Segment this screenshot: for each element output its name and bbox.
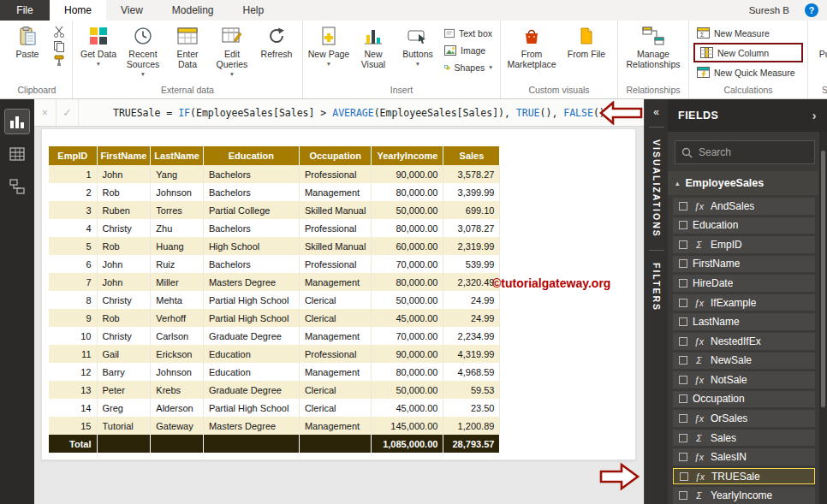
fields-collapse-icon[interactable]: › <box>812 109 817 122</box>
tab-view[interactable]: View <box>106 0 158 21</box>
fields-table-name: EmployeeSales <box>686 177 765 189</box>
field-checkbox[interactable] <box>679 414 687 423</box>
field-item[interactable]: ƒxNestedIfEx <box>673 333 815 350</box>
fx-icon: ƒx <box>693 298 705 308</box>
field-item[interactable]: HireDate <box>673 275 815 292</box>
recent-sources-button[interactable]: Recent Sources ▾ <box>122 22 164 77</box>
field-item[interactable]: ƒxIfExample <box>673 294 815 311</box>
table-row: 6JohnRuizBachelorsProfessional70,000.005… <box>49 255 500 273</box>
paste-button[interactable]: Paste <box>6 22 49 60</box>
field-item[interactable]: ƒxTRUESale <box>673 468 815 485</box>
report-canvas[interactable]: EmpID FirstName LastName Education Occup… <box>34 127 644 504</box>
cut-button[interactable] <box>51 25 68 39</box>
help-icon[interactable]: ? <box>805 3 818 17</box>
edit-queries-button[interactable]: Edit Queries ▾ <box>211 22 253 77</box>
field-checkbox[interactable] <box>679 376 687 384</box>
field-item[interactable]: FirstName <box>673 256 815 273</box>
field-checkbox[interactable] <box>679 453 687 461</box>
column-header[interactable]: Education <box>203 146 299 165</box>
table-cell: Christy <box>97 291 151 309</box>
table-header-row: EmpID FirstName LastName Education Occup… <box>49 146 500 165</box>
column-header[interactable]: YearlyIncome <box>372 146 443 165</box>
table-visual[interactable]: EmpID FirstName LastName Education Occup… <box>49 146 500 453</box>
field-checkbox[interactable] <box>679 434 687 442</box>
expand-panes-icon[interactable]: « <box>653 99 659 122</box>
collapse-table-icon[interactable]: ▴ <box>675 179 680 187</box>
new-quick-measure-button[interactable]: New Quick Measure <box>693 64 803 80</box>
visualizations-pane-tab[interactable]: VISUALIZATIONS <box>651 133 662 245</box>
formula-input[interactable]: TRUESale = IF(EmployeeSales[Sales] > AVE… <box>79 107 618 119</box>
column-header[interactable]: Sales <box>443 146 500 165</box>
column-header[interactable]: FirstName <box>97 146 151 165</box>
formula-segment: FALSE <box>563 107 593 119</box>
field-item[interactable]: ƒxNotSale <box>673 371 815 388</box>
field-checkbox[interactable] <box>679 279 687 288</box>
new-measure-button[interactable]: Σ New Measure <box>693 25 803 41</box>
field-item[interactable]: Education <box>673 217 815 234</box>
total-empty-cell <box>203 435 299 453</box>
field-checkbox[interactable] <box>680 472 688 481</box>
table-row: 12BarryJohnsonEducationManagement80,000.… <box>49 363 500 381</box>
new-column-button[interactable]: New Column <box>697 44 800 61</box>
tab-modeling[interactable]: Modeling <box>158 0 229 21</box>
new-visual-button[interactable]: New Visual <box>352 22 395 70</box>
field-label: LastName <box>693 316 740 328</box>
model-view-button[interactable] <box>5 175 29 199</box>
group-label-insert: Insert <box>307 84 496 98</box>
field-checkbox[interactable] <box>679 221 687 229</box>
formula-cancel-button[interactable]: × <box>34 99 57 126</box>
field-item[interactable]: ƒxAndSales <box>673 198 815 215</box>
refresh-button[interactable]: Refresh <box>255 22 298 60</box>
new-page-button[interactable]: New Page ▾ <box>307 22 350 67</box>
field-item[interactable]: ΣYearlyIncome <box>673 487 815 504</box>
fields-search-input[interactable]: Search <box>675 140 815 164</box>
format-painter-button[interactable] <box>51 54 68 68</box>
copy-button[interactable] <box>51 39 68 53</box>
buttons-button[interactable]: Buttons ▾ <box>396 22 439 67</box>
data-view-button[interactable] <box>5 142 29 166</box>
formula-commit-button[interactable]: ✓ <box>57 99 79 126</box>
field-checkbox[interactable] <box>679 356 687 365</box>
field-item[interactable]: Occupation <box>673 391 815 408</box>
field-checkbox[interactable] <box>679 491 687 500</box>
report-page[interactable]: EmpID FirstName LastName Education Occup… <box>41 128 636 460</box>
column-header[interactable]: EmpID <box>49 146 97 165</box>
field-checkbox[interactable] <box>679 394 687 403</box>
manage-relationships-button[interactable]: Manage Relationships <box>622 22 684 70</box>
from-file-button[interactable]: From File <box>560 22 613 60</box>
field-item[interactable]: ƒxSalesIN <box>673 448 815 465</box>
enter-data-button[interactable]: Enter Data <box>166 22 209 70</box>
image-button[interactable]: Image <box>441 42 496 58</box>
table-cell: 50,000.00 <box>372 381 443 399</box>
field-checkbox[interactable] <box>679 317 687 326</box>
text-box-button[interactable]: Text box <box>441 25 496 41</box>
field-checkbox[interactable] <box>679 299 687 307</box>
field-checkbox[interactable] <box>679 337 687 346</box>
shapes-button[interactable]: Shapes ▾ <box>441 59 496 75</box>
field-item[interactable]: ΣNewSale <box>673 353 815 370</box>
table-cell: 145,000.00 <box>372 417 443 435</box>
fields-scrollbar[interactable] <box>819 132 827 504</box>
formula-expand-chevron[interactable]: ▾ <box>618 107 644 118</box>
column-header[interactable]: Occupation <box>299 146 372 165</box>
field-checkbox[interactable] <box>679 202 687 210</box>
group-label-custom-visuals: Custom visuals <box>505 84 613 98</box>
tab-home[interactable]: Home <box>50 0 106 21</box>
report-view-button[interactable] <box>5 110 29 133</box>
field-item[interactable]: LastName <box>673 313 815 330</box>
scrollbar-thumb[interactable] <box>821 151 825 407</box>
field-item[interactable]: ΣSales <box>673 430 815 447</box>
fields-table-employeesales[interactable]: ▴ EmployeeSales <box>668 171 818 195</box>
filters-pane-tab[interactable]: FILTERS <box>651 256 662 318</box>
field-item[interactable]: ΣEmpID <box>673 236 815 253</box>
from-marketplace-button[interactable]: From Marketplace <box>505 22 558 70</box>
field-checkbox[interactable] <box>679 259 687 268</box>
column-header[interactable]: LastName <box>151 146 204 165</box>
group-label-share: Share <box>812 84 827 98</box>
field-checkbox[interactable] <box>679 240 687 249</box>
publish-button[interactable]: Publish <box>812 22 827 60</box>
field-item[interactable]: ƒxOrSales <box>673 410 815 427</box>
tab-file[interactable]: File <box>0 0 50 21</box>
get-data-button[interactable]: Get Data ▾ <box>77 22 120 67</box>
tab-help[interactable]: Help <box>229 0 279 21</box>
